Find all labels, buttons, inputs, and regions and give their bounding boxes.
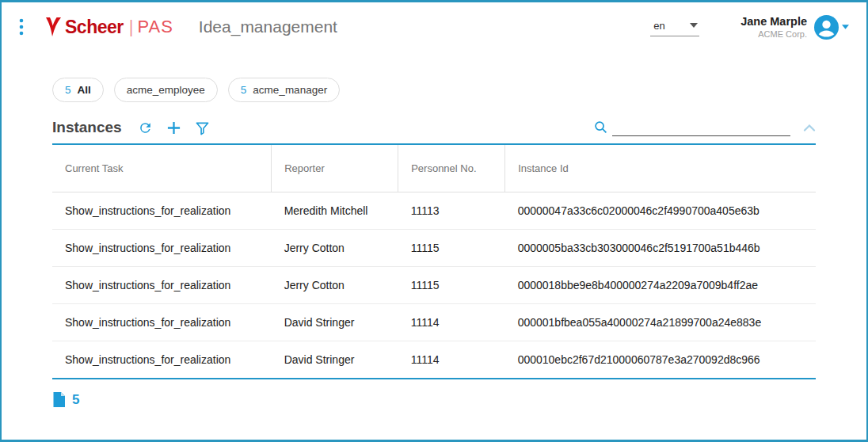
table-row[interactable]: Show_instructions_for_realizationDavid S… bbox=[52, 341, 816, 379]
table-cell: Meredith Mitchell bbox=[272, 192, 398, 230]
brand-scheer-text: Scheer bbox=[65, 17, 124, 38]
table-cell: Show_instructions_for_realization bbox=[52, 267, 272, 304]
app-window: Scheer | PAS Idea_management en Jane Mar… bbox=[0, 0, 868, 442]
table-cell: Show_instructions_for_realization bbox=[52, 230, 272, 267]
table-cell: 11115 bbox=[398, 230, 505, 267]
filter-chip-acme-employee[interactable]: acme_employee bbox=[114, 78, 218, 102]
filter-chip-all[interactable]: 5 All bbox=[52, 78, 104, 102]
user-menu[interactable]: Jane Marple ACME Corp. bbox=[740, 15, 849, 40]
table-cell: 0000005ba33cb303000046c2f5191700a51b446b bbox=[505, 230, 816, 267]
chip-label: All bbox=[78, 84, 91, 96]
chip-count: 5 bbox=[241, 84, 247, 96]
table-row[interactable]: Show_instructions_for_realizationMeredit… bbox=[52, 192, 816, 230]
brand-pas-text: PAS bbox=[137, 17, 173, 37]
caret-down-icon bbox=[690, 23, 698, 28]
instances-table-container: Current TaskReporterPersonnel No.Instanc… bbox=[52, 143, 816, 379]
page-title: Idea_management bbox=[199, 17, 337, 36]
search-input[interactable] bbox=[612, 119, 790, 136]
table-row[interactable]: Show_instructions_for_realizationJerry C… bbox=[52, 230, 816, 267]
table-row[interactable]: Show_instructions_for_realizationDavid S… bbox=[52, 304, 816, 341]
chip-label: acme_manager bbox=[253, 84, 327, 96]
table-cell: Jerry Cotton bbox=[272, 267, 398, 304]
user-organization: ACME Corp. bbox=[740, 29, 807, 39]
user-name: Jane Marple bbox=[740, 15, 807, 28]
table-header-row: Current TaskReporterPersonnel No.Instanc… bbox=[52, 144, 816, 192]
search-icon[interactable] bbox=[594, 120, 607, 134]
language-select[interactable]: en bbox=[650, 18, 699, 36]
caret-down-icon bbox=[842, 25, 849, 29]
filter-chips: 5 All acme_employee 5 acme_manager bbox=[52, 78, 866, 102]
language-value: en bbox=[653, 20, 664, 32]
add-instance-button[interactable] bbox=[166, 120, 181, 135]
section-title: Instances bbox=[52, 119, 122, 136]
table-cell: Show_instructions_for_realization bbox=[52, 304, 272, 341]
instances-table: Current TaskReporterPersonnel No.Instanc… bbox=[52, 143, 816, 379]
table-cell: 11113 bbox=[398, 192, 505, 230]
table-cell: 11114 bbox=[398, 341, 505, 379]
kebab-dots bbox=[19, 18, 24, 36]
column-header: Instance Id bbox=[505, 144, 816, 192]
table-cell: 00000047a33c6c02000046c2f4990700a405e63b bbox=[505, 192, 816, 230]
funnel-icon bbox=[195, 120, 210, 135]
scheer-logo-icon bbox=[44, 16, 62, 38]
table-cell: 0000018bbe9e8b400000274a2209a7009b4ff2ae bbox=[505, 267, 816, 304]
instances-toolbar: Instances bbox=[52, 119, 816, 136]
avatar-dropdown[interactable] bbox=[814, 15, 849, 40]
plus-icon bbox=[166, 120, 181, 135]
table-cell: David Stringer bbox=[272, 341, 398, 379]
table-cell: 000001bfbea055a40000274a21899700a24e883e bbox=[505, 304, 816, 341]
kebab-menu-icon[interactable] bbox=[14, 18, 29, 36]
column-header: Reporter bbox=[272, 144, 398, 192]
brand-logo: Scheer | PAS bbox=[44, 16, 173, 38]
avatar-icon bbox=[814, 15, 839, 40]
user-info: Jane Marple ACME Corp. bbox=[740, 15, 807, 39]
table-cell: 000010ebc2f67d21000060787e3a270092d8c966 bbox=[505, 341, 816, 379]
filter-chip-acme-manager[interactable]: 5 acme_manager bbox=[228, 78, 340, 102]
chevron-up-icon bbox=[803, 124, 816, 131]
filter-button[interactable] bbox=[195, 120, 210, 135]
result-count: 5 bbox=[52, 391, 816, 408]
refresh-icon bbox=[138, 120, 153, 135]
column-header: Personnel No. bbox=[398, 144, 505, 192]
table-cell: 11114 bbox=[398, 304, 505, 341]
refresh-button[interactable] bbox=[138, 120, 153, 135]
document-icon bbox=[52, 391, 66, 408]
table-row[interactable]: Show_instructions_for_realizationJerry C… bbox=[52, 267, 816, 304]
table-cell: 11115 bbox=[398, 267, 505, 304]
table-cell: David Stringer bbox=[272, 304, 398, 341]
brand-separator: | bbox=[129, 17, 134, 37]
chip-label: acme_employee bbox=[127, 84, 205, 96]
collapse-panel-button[interactable] bbox=[803, 122, 816, 134]
column-header: Current Task bbox=[52, 144, 272, 192]
table-cell: Jerry Cotton bbox=[272, 230, 398, 267]
table-cell: Show_instructions_for_realization bbox=[52, 341, 272, 379]
table-cell: Show_instructions_for_realization bbox=[52, 192, 272, 230]
topbar: Scheer | PAS Idea_management en Jane Mar… bbox=[2, 2, 866, 51]
chip-count: 5 bbox=[65, 84, 71, 96]
search-box bbox=[594, 119, 790, 136]
result-count-value: 5 bbox=[72, 392, 79, 408]
table-body: Show_instructions_for_realizationMeredit… bbox=[52, 192, 816, 379]
